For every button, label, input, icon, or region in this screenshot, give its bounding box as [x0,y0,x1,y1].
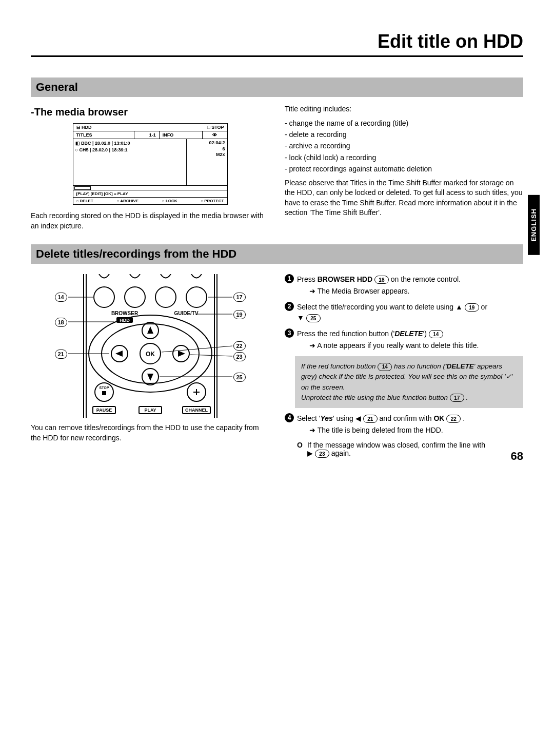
osd-list: ◧ BBC | 28.02.0 | 13:01:0 ○ CH5 | 28.02.… [73,139,187,185]
delete-left-caption: You can remove titles/recordings from th… [31,423,269,443]
callout-25: 25 [233,373,246,382]
osd-stop-label: □ STOP [207,125,224,130]
svg-point-5 [125,287,145,307]
svg-point-6 [155,287,176,307]
svg-marker-22 [115,351,123,357]
media-browser-title: -The media browser [31,106,269,118]
svg-line-42 [162,346,232,352]
svg-marker-23 [178,351,185,357]
callout-17: 17 [233,293,246,302]
tip-box: If the red function button 14 has no fun… [295,356,523,408]
osd-col-index: 1-1 [134,131,160,139]
svg-point-7 [186,287,207,307]
page-number: 68 [511,450,523,463]
svg-text:BROWSER: BROWSER [111,311,138,316]
step-2: 2 Select the title/recording you want to… [285,302,523,323]
svg-marker-20 [147,326,153,334]
editing-bullets: - change the name of a recording (title)… [285,118,523,175]
step-1-result: The Media Browser appears. [309,286,523,297]
callout-14: 14 [55,293,67,302]
callout-21: 21 [55,350,67,359]
callout-18: 18 [55,318,67,327]
osd-screenshot: ⊟ HDD □ STOP TITLES 1-1 INFO 👁 ◧ BBC | 2… [73,123,228,205]
osd-row-2: ○ CH5 | 28.02.0 | 18:39:1 [75,147,184,153]
osd-row-1: ◧ BBC | 28.02.0 | 13:01:0 [75,140,184,147]
svg-point-4 [94,287,114,307]
step-3-result: A note appears if you really want to del… [309,340,523,351]
osd-scrollbar [73,186,227,190]
osd-eye-icon: 👁 [203,131,227,139]
callout-19: 19 [233,310,246,319]
svg-text:GUIDE/TV: GUIDE/TV [174,311,199,316]
svg-rect-31 [102,391,106,395]
language-tab: ENGLISH [528,195,540,255]
svg-text:STOP: STOP [99,386,109,390]
page-title: Edit title on HDD [31,31,523,57]
step-3-number: 3 [285,328,294,338]
osd-color-buttons: DELET ARCHIVE LOCK PROTECT [73,198,227,204]
svg-text:PAUSE: PAUSE [96,408,111,413]
step-4-result: The title is being deleted from the HDD. [309,425,523,436]
osd-info-panel: 02:04:2 6 M2x [187,139,227,185]
svg-text:CHANNEL: CHANNEL [185,408,208,413]
svg-text:HDD: HDD [120,318,130,323]
svg-text:OK: OK [146,351,155,358]
osd-col-titles: TITLES [73,131,135,139]
osd-col-info: INFO [160,131,203,139]
svg-marker-21 [147,374,153,381]
step-3: 3 Press the red function button ('DELETE… [285,328,523,351]
osd-hdd-label: ⊟ HDD [76,125,92,130]
step-2-number: 2 [285,302,294,311]
editing-intro: Title editing includes: [285,104,523,114]
callout-23: 23 [233,352,246,361]
step-1-number: 1 [285,274,294,283]
step-4: 4 Select 'Yes' using 21 and confirm with… [285,413,523,436]
section-general-heading: General [31,77,523,97]
svg-text:PLAY: PLAY [144,408,156,413]
o-bullet: O If the message window was closed, conf… [297,441,523,458]
callout-22: 22 [233,341,246,351]
media-browser-caption: Each recording stored on the HDD is disp… [31,211,269,231]
osd-hint: [PLAY] [EDIT] [OK] = PLAY [73,190,227,198]
step-4-number: 4 [285,413,294,422]
remote-diagram: OK BROWSER GUIDE/TV HDD HDD STOP PAUSE P… [43,274,258,418]
section-delete-heading: Delete titles/recordings from the HDD [31,244,523,264]
tsb-note: Please observe that Titles in the Time S… [285,178,523,218]
step-1: 1 Press BROWSER HDD 18 on the remote con… [285,274,523,297]
